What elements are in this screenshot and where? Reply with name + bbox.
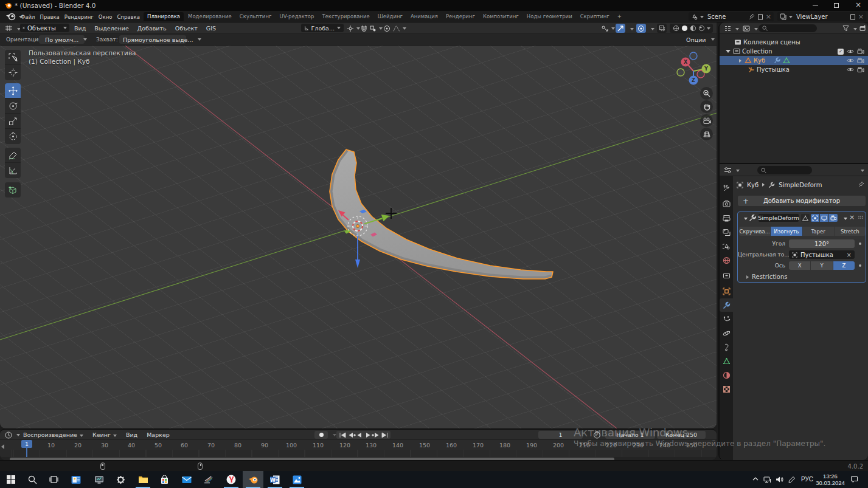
outliner-item-label[interactable]: Коллекция сцены bbox=[743, 39, 800, 46]
menu-select[interactable]: Выделение bbox=[94, 25, 129, 32]
xray-toggle[interactable] bbox=[636, 24, 646, 33]
tab-modifiers[interactable] bbox=[720, 298, 733, 312]
outliner-item-label[interactable]: Пустышка bbox=[757, 66, 790, 73]
pan-button[interactable] bbox=[700, 100, 713, 113]
tool-add-cube[interactable] bbox=[5, 182, 21, 198]
disable-render-camera-icon[interactable] bbox=[857, 58, 864, 64]
jump-to-end-button[interactable] bbox=[382, 433, 387, 438]
disable-render-camera-icon[interactable] bbox=[857, 67, 864, 73]
zoom-button[interactable] bbox=[700, 87, 713, 100]
hide-eye-icon[interactable] bbox=[847, 67, 854, 72]
xray-box-toggle[interactable] bbox=[657, 24, 667, 33]
menu-view[interactable]: Вид bbox=[126, 431, 137, 438]
restore-button[interactable] bbox=[827, 0, 845, 11]
disclosure-triangle-icon[interactable] bbox=[726, 50, 731, 53]
tab-shading[interactable]: Шейдинг bbox=[374, 12, 406, 21]
filter-icon[interactable] bbox=[842, 25, 849, 32]
tab-geometry-nodes[interactable]: Ноды геометрии bbox=[523, 12, 576, 21]
show-in-edit-mode-toggle[interactable] bbox=[811, 214, 819, 222]
show-in-viewport-toggle[interactable] bbox=[820, 214, 828, 222]
mode-taper[interactable]: Taper bbox=[803, 227, 834, 236]
play-reverse-button[interactable] bbox=[357, 433, 361, 438]
solid-shading-icon[interactable] bbox=[681, 25, 688, 32]
outliner-search[interactable] bbox=[759, 24, 817, 32]
tab-object[interactable] bbox=[720, 284, 733, 298]
disclosure-triangle-icon[interactable] bbox=[739, 59, 741, 63]
menu-marker[interactable]: Маркер bbox=[147, 431, 170, 438]
tool-select-box[interactable] bbox=[5, 50, 21, 65]
add-modifier-button[interactable]: + Добавить модификатор bbox=[738, 196, 866, 206]
tab-particles[interactable] bbox=[720, 312, 733, 326]
taskbar-app-store[interactable] bbox=[154, 471, 175, 488]
proportional-editing-toggle[interactable] bbox=[383, 24, 406, 33]
restrictions-subpanel[interactable]: Restrictions bbox=[746, 273, 788, 280]
breadcrumb-object[interactable]: Куб bbox=[747, 182, 759, 188]
tray-volume-icon[interactable] bbox=[776, 476, 783, 483]
extras-chevron-icon[interactable] bbox=[844, 218, 847, 220]
menu-file[interactable]: Файл bbox=[21, 14, 35, 20]
viewlayer-selector[interactable]: ViewLayer × bbox=[777, 12, 866, 21]
keyframe-dot[interactable] bbox=[859, 242, 861, 245]
tray-clock[interactable]: 13:26 30.03.2024 bbox=[816, 473, 845, 486]
menu-add[interactable]: Добавить bbox=[137, 25, 167, 32]
gizmo-z-arrow[interactable] bbox=[355, 259, 360, 268]
tool-cursor[interactable] bbox=[5, 65, 21, 80]
timeline-track[interactable] bbox=[0, 450, 717, 457]
pivot-point-dropdown[interactable] bbox=[347, 24, 360, 33]
tab-scene[interactable] bbox=[720, 239, 733, 253]
disable-render-camera-icon[interactable] bbox=[857, 49, 864, 55]
show-in-render-toggle[interactable] bbox=[829, 214, 838, 222]
snap-mode-dropdown[interactable]: Прямоугольное выде... bbox=[119, 35, 186, 44]
3d-viewport[interactable]: X Y Z Пользовательская перспектива (1) C… bbox=[0, 46, 717, 428]
rendered-shading-icon[interactable] bbox=[698, 25, 705, 32]
unlink-scene-icon[interactable]: × bbox=[766, 13, 771, 21]
taskbar-app-people[interactable] bbox=[66, 471, 86, 488]
axis-x[interactable]: X bbox=[789, 261, 810, 270]
start-button[interactable] bbox=[1, 471, 21, 488]
taskbar-app-settings[interactable] bbox=[110, 471, 131, 488]
menu-edit[interactable]: Правка bbox=[40, 14, 59, 20]
tab-scripting[interactable]: Скриптинг bbox=[577, 12, 613, 21]
orientation-dropdown[interactable]: По умолч... bbox=[39, 35, 85, 44]
menu-object[interactable]: Объект bbox=[175, 25, 198, 32]
tab-data[interactable] bbox=[720, 354, 733, 368]
scene-name[interactable]: Scene bbox=[707, 13, 726, 20]
hide-eye-icon[interactable] bbox=[847, 49, 854, 54]
minimize-button[interactable] bbox=[806, 0, 824, 11]
hide-eye-icon[interactable] bbox=[847, 58, 854, 63]
menu-keying[interactable]: Кеинг bbox=[92, 431, 117, 438]
clear-origin-icon[interactable]: × bbox=[847, 252, 852, 258]
pin-icon[interactable] bbox=[858, 181, 864, 188]
axis-navigation-gizmo[interactable]: X Y Z bbox=[677, 52, 711, 85]
tab-material[interactable] bbox=[720, 368, 733, 382]
exclude-checkbox[interactable]: ✓ bbox=[838, 49, 844, 55]
keyframe-dot[interactable] bbox=[859, 264, 861, 267]
bent-cube-object[interactable] bbox=[330, 149, 553, 279]
outliner-item-label[interactable]: Куб bbox=[754, 57, 765, 64]
auto-keying-toggle[interactable] bbox=[314, 431, 328, 439]
tool-measure[interactable] bbox=[5, 163, 21, 178]
taskbar-app-yandex[interactable] bbox=[221, 471, 241, 488]
next-keyframe-button[interactable] bbox=[371, 433, 378, 438]
tray-chevron-up-icon[interactable] bbox=[752, 476, 759, 481]
tab-uv-editing[interactable]: UV-редактор bbox=[276, 12, 318, 21]
viewlayer-name[interactable]: ViewLayer bbox=[796, 13, 828, 20]
close-button[interactable]: × bbox=[849, 0, 867, 11]
tray-pen-icon[interactable] bbox=[788, 476, 796, 483]
taskbar-app-blender-active[interactable] bbox=[243, 471, 263, 488]
tab-animation[interactable]: Анимация bbox=[407, 12, 442, 21]
overlays-toggle[interactable] bbox=[616, 24, 625, 33]
menu-window[interactable]: Окно bbox=[99, 14, 113, 20]
outliner-row-empty[interactable]: Пустышка bbox=[720, 65, 868, 74]
jump-to-start-button[interactable] bbox=[340, 433, 345, 438]
new-scene-icon[interactable] bbox=[758, 14, 763, 20]
expand-chevron-icon[interactable] bbox=[744, 218, 748, 220]
task-view-button[interactable] bbox=[43, 471, 64, 488]
gizmo-neg-z[interactable] bbox=[690, 52, 697, 60]
tray-language-label[interactable]: РУС bbox=[801, 476, 813, 483]
new-collection-icon[interactable] bbox=[859, 25, 866, 32]
tool-transform[interactable] bbox=[5, 129, 21, 144]
remove-viewlayer-icon[interactable]: × bbox=[858, 13, 864, 21]
mode-selector[interactable]: Объекты bbox=[20, 24, 69, 32]
menu-playback[interactable]: Воспроизведение bbox=[23, 431, 83, 438]
